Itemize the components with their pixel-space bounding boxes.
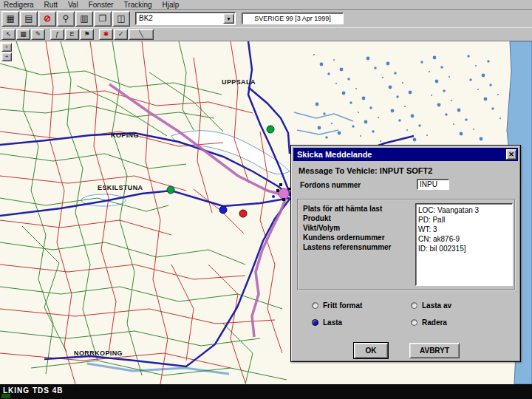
map-title-field[interactable]: SVERIGE 99 [3 Apr 1999] xyxy=(242,13,344,24)
menu-rutt[interactable]: Rutt xyxy=(44,1,58,9)
vehicle-marker-green[interactable] xyxy=(267,126,274,133)
vehicle-number-field[interactable]: INPU xyxy=(417,179,449,190)
radio-label: Lasta xyxy=(323,318,342,327)
menu-bar: Redigera Rutt Val Fonster Tracking Hjalp xyxy=(0,0,532,10)
radio-circle-icon[interactable] xyxy=(411,319,417,326)
archipelago-dots xyxy=(313,54,501,142)
field-label: Kundens ordernummer xyxy=(303,233,392,242)
radio-circle-icon[interactable] xyxy=(312,319,318,326)
radio-lasta-av[interactable]: Lasta av xyxy=(411,301,451,310)
close-icon[interactable]: ✕ xyxy=(506,149,516,160)
radio-circle-icon[interactable] xyxy=(411,302,417,309)
star-icon[interactable]: ✱ xyxy=(99,29,113,40)
flag-icon[interactable]: ⚑ xyxy=(80,29,94,40)
chevron-down-icon[interactable]: ▼ xyxy=(223,13,234,24)
slash-icon[interactable]: ╲ xyxy=(129,29,154,40)
pointer-icon[interactable]: ↖ xyxy=(1,29,16,40)
city-label-norrkoping: NORRKOPING xyxy=(74,349,123,357)
menu-hjalp[interactable]: Hjalp xyxy=(163,1,180,9)
field-value: ID: bil 002315] xyxy=(418,244,512,253)
bay-inlet xyxy=(87,364,229,374)
field-label: Vikt/Volym xyxy=(303,223,392,233)
load-info-values[interactable]: LOC: Vaangatan 3 PD: Pall WT: 3 CN: ak87… xyxy=(415,203,513,286)
vehicle-marker-red[interactable] xyxy=(239,210,247,217)
zoom-out-tool-icon[interactable]: + xyxy=(1,52,12,61)
field-value: WT: 3 xyxy=(418,225,512,234)
print-icon[interactable]: ▥ xyxy=(75,11,93,27)
ok-button[interactable]: OK xyxy=(354,343,388,358)
lake-malaren xyxy=(171,131,290,174)
label-icon[interactable]: E xyxy=(65,29,79,40)
dialog-title-bar[interactable]: Skicka Meddelande ✕ xyxy=(293,148,518,161)
dialog-message: Message To Vehicle: INPUT SOFT2 xyxy=(299,166,432,175)
zoom-in-tool-icon[interactable]: + xyxy=(1,43,12,52)
chart-icon[interactable]: ▤ xyxy=(20,11,38,27)
city-label-koping: KOPING xyxy=(111,132,139,139)
vehicle-marker-blue[interactable] xyxy=(219,206,227,214)
vehicle-select-value: BK2 xyxy=(139,14,153,22)
menu-fonster[interactable]: Fonster xyxy=(89,1,114,9)
load-info-labels: Plats för att hämta last Produkt Vikt/Vo… xyxy=(303,204,392,252)
field-label: Produkt xyxy=(303,214,392,223)
cancel-button[interactable]: AVBRYT xyxy=(409,343,460,358)
radio-label: Lasta av xyxy=(422,301,451,310)
menu-redigera[interactable]: Redigera xyxy=(4,1,34,9)
field-value: LOC: Vaangatan 3 xyxy=(418,205,512,215)
radio-lasta[interactable]: Lasta xyxy=(312,318,342,327)
menu-val[interactable]: Val xyxy=(68,1,78,9)
vehicle-select-combo[interactable]: BK2 ▼ xyxy=(135,12,236,25)
load-info-panel: Plats för att hämta last Produkt Vikt/Vo… xyxy=(297,199,516,290)
coast-inlet xyxy=(297,130,338,134)
city-label-uppsala: UPPSALA xyxy=(222,78,256,86)
radio-radera[interactable]: Radera xyxy=(411,318,447,327)
map-tool-strip: + + xyxy=(1,43,12,61)
stop-icon[interactable]: ⊘ xyxy=(38,11,56,27)
status-text: LKING TDS 4B xyxy=(3,386,63,395)
function-icon[interactable]: ƒ xyxy=(50,29,64,40)
field-label: Lastens referensnummer xyxy=(303,242,392,252)
vehicle-marker-green[interactable] xyxy=(167,186,174,194)
status-indicator xyxy=(1,394,10,398)
check-icon[interactable]: ✓ xyxy=(114,29,128,40)
pencil-icon[interactable]: ✎ xyxy=(31,29,45,40)
radio-circle-icon[interactable] xyxy=(312,302,318,309)
radio-label: Radera xyxy=(422,318,447,327)
dialog-title: Skicka Meddelande xyxy=(297,150,372,159)
copy-pages-icon[interactable]: ❐ xyxy=(94,11,112,27)
vehicle-number-label: Fordons nummer xyxy=(300,181,361,189)
table-icon[interactable]: ▦ xyxy=(1,11,19,27)
zoom-icon[interactable]: ⚲ xyxy=(57,11,75,27)
status-bar: LKING TDS 4B xyxy=(0,384,532,399)
radio-fritt-format[interactable]: Fritt format xyxy=(312,301,362,310)
grid-icon[interactable]: ▦ xyxy=(16,29,30,40)
menu-tracking[interactable]: Tracking xyxy=(124,1,152,9)
field-value: CN: ak876-9 xyxy=(418,234,512,244)
field-label: Plats för att hämta last xyxy=(303,204,392,214)
app-window: Redigera Rutt Val Fonster Tracking Hjalp… xyxy=(0,0,532,399)
main-toolbar: ▦ ▤ ⊘ ⚲ ▥ ❐ ◫ BK2 ▼ SVERIGE 99 [3 Apr 19… xyxy=(0,10,532,28)
layers-icon[interactable]: ◫ xyxy=(112,11,130,27)
city-label-eskilstuna: ESKILSTUNA xyxy=(98,184,143,191)
field-value: PD: Pall xyxy=(418,215,512,225)
send-message-dialog: Skicka Meddelande ✕ Message To Vehicle: … xyxy=(290,145,521,362)
secondary-toolbar: ↖ ▦ ✎ ƒ E ⚑ ✱ ✓ ╲ xyxy=(0,28,532,41)
radio-label: Fritt format xyxy=(323,301,362,310)
